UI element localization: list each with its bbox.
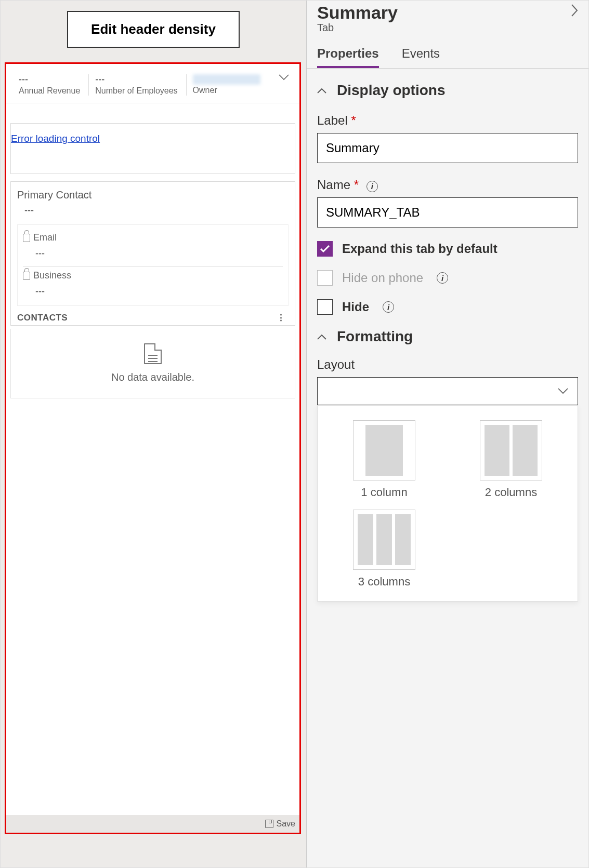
business-field[interactable]: Business ---: [23, 267, 283, 304]
header-field-owner[interactable]: Owner: [193, 74, 269, 95]
tab-properties[interactable]: Properties: [317, 46, 379, 68]
layout-select[interactable]: [317, 377, 578, 405]
layout-option-2-columns[interactable]: 2 columns: [458, 420, 564, 499]
form-preview: --- Annual Revenue --- Number of Employe…: [5, 62, 301, 834]
label-field-label: Label: [317, 113, 348, 127]
layout-option-label: 3 columns: [331, 575, 437, 589]
label-input[interactable]: [317, 133, 578, 163]
contacts-more-icon[interactable]: ⋮: [273, 312, 289, 323]
tab-events[interactable]: Events: [402, 46, 440, 68]
form-header: --- Annual Revenue --- Number of Employe…: [6, 64, 299, 103]
edit-header-density-button[interactable]: Edit header density: [67, 11, 240, 48]
display-options-header[interactable]: Display options: [317, 82, 578, 99]
hide-phone-label: Hide on phone: [342, 271, 423, 285]
info-icon[interactable]: i: [383, 301, 394, 313]
hide-label: Hide: [342, 300, 369, 314]
info-icon[interactable]: i: [437, 272, 448, 284]
annual-revenue-label: Annual Revenue: [19, 86, 80, 96]
chevron-up-icon: [317, 88, 326, 94]
layout-option-3-columns[interactable]: 3 columns: [331, 510, 437, 589]
pane-subtitle: Tab: [317, 22, 581, 34]
collapse-pane-chevron-icon[interactable]: [571, 4, 578, 17]
no-data-text: No data available.: [11, 371, 295, 383]
name-field-label: Name: [317, 178, 350, 192]
save-icon[interactable]: [265, 820, 273, 828]
properties-pane: Summary Tab Properties Events Display op…: [306, 1, 588, 867]
email-label: Email: [33, 232, 57, 243]
layout-label: Layout: [317, 357, 578, 372]
name-input[interactable]: [317, 197, 578, 228]
business-label: Business: [33, 270, 71, 281]
save-button[interactable]: Save: [277, 819, 295, 829]
header-expand-chevron-icon[interactable]: [279, 74, 289, 81]
save-bar: Save: [6, 815, 299, 833]
owner-value-redacted: [193, 74, 260, 85]
layout-option-label: 2 columns: [458, 486, 564, 499]
business-value: ---: [35, 286, 283, 297]
chevron-up-icon: [317, 334, 326, 340]
expand-default-label: Expand this tab by default: [342, 242, 498, 256]
formatting-title: Formatting: [337, 328, 413, 345]
lock-icon: [23, 272, 30, 280]
info-icon[interactable]: i: [367, 181, 378, 192]
layout-option-label: 1 column: [331, 486, 437, 499]
hide-checkbox[interactable]: [317, 299, 333, 315]
document-icon: [144, 343, 162, 364]
primary-contact-value: ---: [24, 205, 289, 216]
layout-option-1-column[interactable]: 1 column: [331, 420, 437, 499]
pane-title: Summary: [317, 3, 581, 23]
lock-icon: [23, 234, 30, 242]
contacts-empty-state: No data available.: [10, 329, 295, 398]
expand-default-checkbox[interactable]: [317, 241, 333, 257]
hide-phone-checkbox[interactable]: [317, 270, 333, 286]
annual-revenue-value: ---: [19, 74, 80, 85]
formatting-header[interactable]: Formatting: [317, 328, 578, 345]
layout-options-dropdown: 1 column 2 columns 3 columns: [317, 405, 578, 602]
employees-value: ---: [95, 74, 177, 85]
contacts-section-title: CONTACTS: [17, 313, 68, 323]
owner-label: Owner: [193, 86, 260, 95]
chevron-down-icon: [558, 388, 568, 394]
display-options-title: Display options: [337, 82, 445, 99]
pane-tabs: Properties Events: [307, 34, 588, 69]
error-section: Error loading control: [10, 123, 295, 174]
header-field-annual-revenue[interactable]: --- Annual Revenue: [19, 74, 89, 96]
form-preview-pane: Edit header density --- Annual Revenue -…: [1, 1, 306, 867]
email-field[interactable]: Email ---: [23, 229, 283, 267]
primary-contact-card[interactable]: Primary Contact --- Email --- Business -…: [10, 181, 295, 326]
header-field-employees[interactable]: --- Number of Employees: [95, 74, 186, 96]
email-value: ---: [35, 248, 283, 259]
error-loading-control-link[interactable]: Error loading control: [11, 133, 100, 144]
primary-contact-label: Primary Contact: [17, 189, 289, 201]
employees-label: Number of Employees: [95, 86, 177, 96]
